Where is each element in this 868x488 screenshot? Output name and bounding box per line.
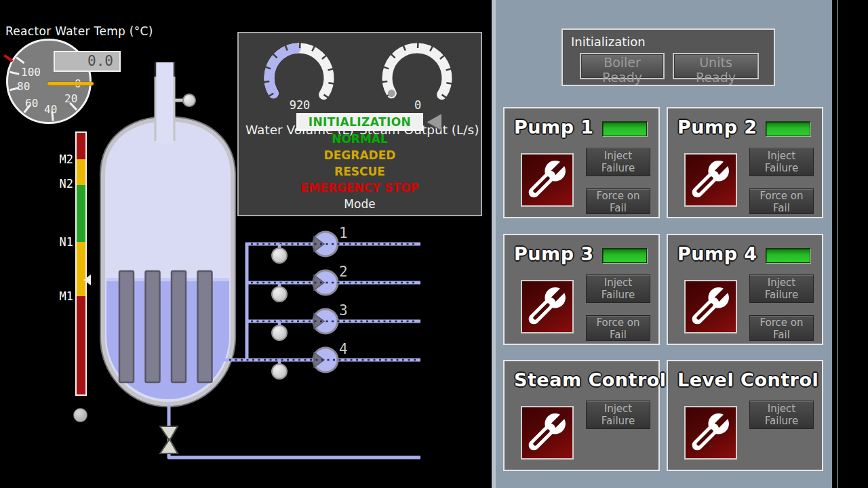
pump4-title: Pump 4 <box>677 243 757 264</box>
steam-gauge-needle-dot <box>388 89 395 97</box>
units-ready-button[interactable]: Units Ready <box>673 53 759 79</box>
level-bar-knob <box>73 408 87 422</box>
level-control-unit-box: Level Control Inject Failure <box>667 360 823 471</box>
pipe-flow-dots <box>229 244 416 360</box>
temp-digital-readout: 0.0 <box>54 51 121 72</box>
mode-option-normal: NORMAL <box>239 131 481 147</box>
pump4-force-on-fail-button[interactable]: Force on Fail <box>749 315 814 341</box>
temp-gauge-title: Reactor Water Temp (°C) <box>5 24 153 38</box>
pump2-repair-button[interactable] <box>684 153 737 207</box>
pump1-status-led <box>602 121 647 136</box>
neck-ball-valve <box>174 94 195 106</box>
temp-tick-100: 100 <box>21 66 41 79</box>
boiler-status-panel: 920 Water Volume (L) 0 Steam Output (L/s… <box>237 32 482 216</box>
wrench-icon <box>687 155 734 203</box>
steam-control-inject-failure-button[interactable]: Inject Failure <box>586 401 650 429</box>
temp-tick-80: 80 <box>17 80 30 93</box>
pump3-unit-box: Pump 3 Inject Failure Force on Fail <box>503 234 660 345</box>
pump1-inject-failure-button[interactable]: Inject Failure <box>586 148 650 176</box>
vessel-neck <box>155 62 174 144</box>
pump1-repair-button[interactable] <box>521 153 574 207</box>
wrench-icon <box>687 282 734 329</box>
pump4-unit-box: Pump 4 Inject Failure Force on Fail <box>667 234 823 345</box>
reactor-vessel <box>98 62 237 424</box>
pump1-unit-box: Pump 1 Inject Failure Force on Fail <box>503 107 660 218</box>
mode-selected-label: INITIALIZATION <box>309 115 411 129</box>
pump3-status-led <box>602 248 647 263</box>
pump2-inject-failure-button[interactable]: Inject Failure <box>749 148 814 176</box>
mode-selected-box: INITIALIZATION <box>296 113 423 131</box>
steam-control-unit-box: Steam Control Inject Failure <box>503 360 660 471</box>
right-edge-divider <box>837 0 838 488</box>
water-volume-value: 920 <box>241 98 358 112</box>
initialization-title: Initialization <box>571 35 646 49</box>
temp-tick-60: 60 <box>25 97 38 110</box>
wrench-icon <box>524 155 571 203</box>
pump-line-4-number: 4 <box>339 341 348 357</box>
feed-pumps <box>313 232 338 372</box>
pump2-status-led <box>766 121 810 136</box>
level-control-repair-button[interactable] <box>684 406 737 460</box>
temp-tick-40: 40 <box>44 103 57 116</box>
mode-option-emergency-stop: EMERGENCY STOP <box>239 180 481 196</box>
level-mark-m2: M2 <box>52 152 73 166</box>
boiler-ready-button[interactable]: Boiler Ready <box>580 53 665 79</box>
mode-caption: Mode <box>239 196 481 212</box>
pump-line-3-number: 3 <box>339 302 348 319</box>
drain-valve <box>160 426 178 453</box>
level-control-inject-failure-button[interactable]: Inject Failure <box>749 401 814 429</box>
pump3-title: Pump 3 <box>514 243 594 264</box>
steam-control-repair-button[interactable] <box>521 406 574 460</box>
level-mark-n2: N2 <box>52 177 73 190</box>
temp-gauge-needle <box>47 82 94 85</box>
mode-selector: INITIALIZATION NORMAL DEGRADED RESCUE EM… <box>239 113 481 212</box>
mode-option-degraded: DEGRADED <box>239 147 481 163</box>
reactor-simulator-screen: 1 2 3 4 Reactor Water Temp (°C) 100 80 6… <box>0 0 868 488</box>
wrench-icon <box>524 408 571 455</box>
steam-output-value: 0 <box>359 98 476 112</box>
pump1-force-on-fail-button[interactable]: Force on Fail <box>586 188 650 214</box>
mode-option-rescue: RESCUE <box>239 163 481 180</box>
initialization-group: Initialization Boiler Ready Units Ready <box>561 28 775 86</box>
pump2-force-on-fail-button[interactable]: Force on Fail <box>749 188 814 214</box>
pump-line-1-number: 1 <box>339 225 348 241</box>
pump2-unit-box: Pump 2 Inject Failure Force on Fail <box>667 107 823 218</box>
pump3-repair-button[interactable] <box>521 280 574 333</box>
pump2-title: Pump 2 <box>677 117 757 138</box>
water-level-marker <box>83 274 91 285</box>
pump4-repair-button[interactable] <box>684 280 737 333</box>
pump4-status-led <box>766 248 810 263</box>
wrench-icon <box>524 282 571 329</box>
pump3-inject-failure-button[interactable]: Inject Failure <box>586 274 650 303</box>
temp-gauge: 100 80 60 40 20 0 0.0 <box>6 39 93 127</box>
pump4-inject-failure-button[interactable]: Inject Failure <box>749 274 814 303</box>
level-mark-n1: N1 <box>52 235 73 249</box>
steam-control-title: Steam Control <box>514 369 667 390</box>
temp-tick-20: 20 <box>64 92 77 105</box>
pump3-force-on-fail-button[interactable]: Force on Fail <box>586 315 650 341</box>
mode-indicator-triangle-icon <box>427 114 441 130</box>
wrench-icon <box>687 408 734 455</box>
level-mark-m1: M1 <box>52 289 73 303</box>
level-control-title: Level Control <box>677 369 818 390</box>
pump-line-2-number: 2 <box>339 264 348 280</box>
water-level-bar <box>75 131 87 396</box>
pump1-title: Pump 1 <box>514 117 594 138</box>
